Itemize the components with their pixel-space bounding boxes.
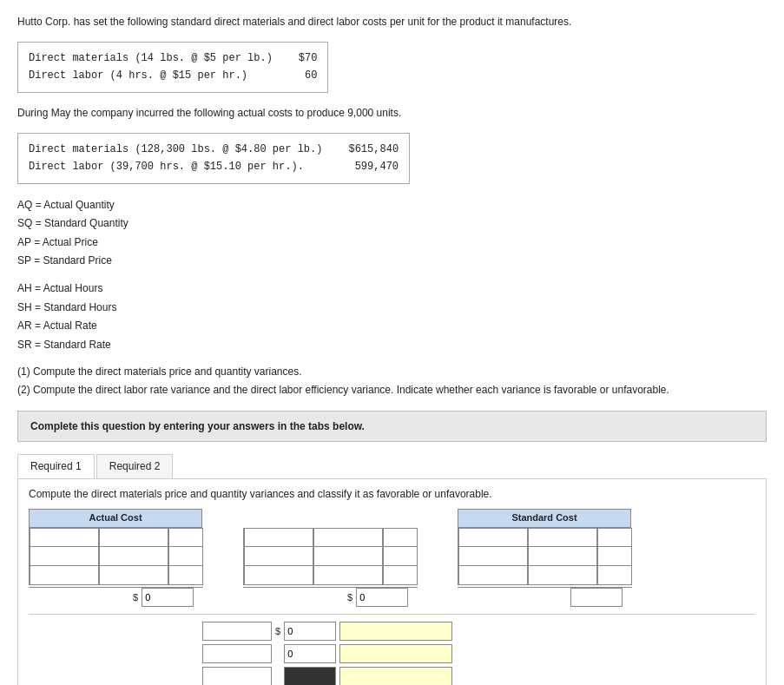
mid-cell-r3c1[interactable]	[244, 566, 313, 585]
ac-cell-r1c3[interactable]	[168, 528, 203, 547]
abbr-sp: SP = Standard Price	[17, 252, 767, 271]
ac-cell-r2c1[interactable]	[30, 547, 99, 566]
actual-cost-column: Actual Cost	[29, 509, 203, 607]
abbr-ah: AH = Actual Hours	[17, 280, 767, 299]
tab-required1[interactable]: Required 1	[17, 454, 95, 478]
tab1-content: Compute the direct materials price and q…	[17, 479, 767, 685]
abbr-aq: AQ = Actual Quantity	[17, 196, 767, 215]
abbr-ap: AP = Actual Price	[17, 234, 767, 253]
sc-cell-r3c3[interactable]	[597, 566, 632, 585]
abbr-sh: SH = Standard Hours	[17, 299, 767, 318]
bottom-dollar-1: $	[275, 626, 280, 636]
mid-cell-r3c2[interactable]	[313, 566, 383, 585]
sc-cell-r1c3[interactable]	[597, 528, 632, 547]
variance-value-1[interactable]	[284, 622, 336, 641]
abbreviations-group1: AQ = Actual Quantity SQ = Standard Quant…	[17, 196, 767, 271]
sc-cell-r2c3[interactable]	[597, 547, 632, 566]
act-row2-label: Direct labor (39,700 hrs. @ $15.10 per h…	[29, 158, 304, 175]
variance-label-1[interactable]	[202, 622, 272, 641]
sc-cell-r1c2[interactable]	[528, 528, 597, 547]
sc-cell-r1c1[interactable]	[458, 528, 528, 547]
variance-row-2: $	[202, 644, 755, 663]
mid-cell-r1c2[interactable]	[313, 528, 383, 547]
abbreviations-group2: AH = Actual Hours SH = Standard Hours AR…	[17, 280, 767, 354]
variance-favorable-3[interactable]	[339, 667, 452, 685]
sc-cell-r2c2[interactable]	[528, 547, 597, 566]
separator-line	[29, 614, 755, 615]
variance-row-1: $	[202, 622, 755, 641]
ac-cell-r1c1[interactable]	[30, 528, 99, 547]
actual-intro-text: During May the company incurred the foll…	[17, 105, 767, 121]
standard-cost-header: Standard Cost	[458, 509, 631, 528]
variance-row-3: $	[202, 667, 755, 685]
instruction-2: (2) Compute the direct labor rate varian…	[17, 381, 767, 398]
instruction-1: (1) Compute the direct materials price a…	[17, 363, 767, 380]
tab-required2[interactable]: Required 2	[96, 454, 174, 478]
standard-costs-box: Direct materials (14 lbs. @ $5 per lb.) …	[17, 42, 328, 93]
actual-costs-box: Direct materials (128,300 lbs. @ $4.80 p…	[17, 133, 410, 184]
tabs-row: Required 1 Required 2	[17, 454, 767, 479]
complete-box-text: Complete this question by entering your …	[30, 420, 365, 432]
mid-cell-r1c1[interactable]	[244, 528, 313, 547]
std-row2-value: 60	[305, 67, 317, 84]
ac-cell-r3c3[interactable]	[168, 566, 203, 585]
ac-cell-r1c2[interactable]	[99, 528, 168, 547]
instructions: (1) Compute the direct materials price a…	[17, 363, 767, 398]
middle-column: $	[243, 509, 418, 607]
mid-cell-r2c2[interactable]	[313, 547, 383, 566]
mid-cell-r2c1[interactable]	[244, 547, 313, 566]
sc-total-cell[interactable]	[570, 588, 623, 607]
ac-cell-r3c2[interactable]	[99, 566, 168, 585]
complete-box: Complete this question by entering your …	[17, 411, 767, 442]
variance-value-3-dark	[284, 667, 336, 685]
act-row1-value: $615,840	[348, 141, 399, 158]
ac-dollar-sign: $	[133, 589, 142, 605]
mid-total-cell[interactable]	[356, 588, 408, 607]
tab-description: Compute the direct materials price and q…	[29, 488, 755, 500]
abbr-ar: AR = Actual Rate	[17, 317, 767, 336]
ac-cell-r2c3[interactable]	[168, 547, 203, 566]
mid-cell-r1c3[interactable]	[383, 528, 418, 547]
sc-cell-r3c1[interactable]	[458, 566, 528, 585]
variance-label-2[interactable]	[202, 644, 272, 663]
std-row1-label: Direct materials (14 lbs. @ $5 per lb.)	[29, 49, 273, 67]
mid-cell-r2c3[interactable]	[383, 547, 418, 566]
std-row2-label: Direct labor (4 hrs. @ $15 per hr.)	[29, 67, 247, 84]
sc-cell-r3c2[interactable]	[528, 566, 597, 585]
abbr-sr: SR = Standard Rate	[17, 336, 767, 355]
variance-favorable-1[interactable]	[339, 622, 452, 641]
act-row1-label: Direct materials (128,300 lbs. @ $4.80 p…	[29, 141, 322, 158]
ac-cell-r3c1[interactable]	[30, 566, 99, 585]
abbr-sq: SQ = Standard Quantity	[17, 214, 767, 234]
variance-value-2[interactable]	[284, 644, 336, 663]
intro-text: Hutto Corp. has set the following standa…	[17, 14, 767, 30]
variance-favorable-2[interactable]	[339, 644, 452, 663]
std-row1-value: $70	[299, 49, 318, 67]
sc-cell-r2c1[interactable]	[458, 547, 528, 566]
standard-cost-column: Standard Cost	[458, 509, 632, 607]
ac-cell-r2c2[interactable]	[99, 547, 168, 566]
variance-label-3[interactable]	[202, 667, 272, 685]
mid-dollar-sign: $	[347, 589, 356, 605]
bottom-variance-section: $ $ $	[29, 622, 755, 685]
mid-cell-r3c3[interactable]	[383, 566, 418, 585]
actual-cost-header: Actual Cost	[29, 509, 202, 528]
act-row2-value: 599,470	[355, 158, 399, 175]
ac-total-cell[interactable]	[142, 588, 194, 607]
